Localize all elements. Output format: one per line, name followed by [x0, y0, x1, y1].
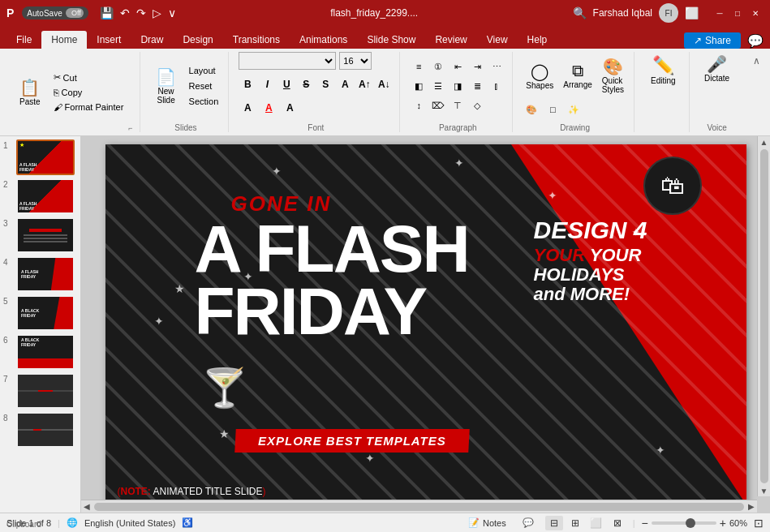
view-presenter-button[interactable]: ⊠ — [609, 516, 626, 530]
zoom-out-icon[interactable]: − — [642, 517, 648, 530]
redo-icon[interactable]: ↷ — [136, 6, 146, 19]
autosave-toggle[interactable]: Off — [66, 8, 84, 18]
tab-design[interactable]: Design — [173, 31, 222, 49]
underline-button[interactable]: U — [277, 75, 295, 93]
clipboard-dialog-launcher[interactable]: ⌐ — [128, 124, 132, 132]
align-center-button[interactable]: ☰ — [429, 77, 447, 95]
editing-button[interactable]: ✏️ Editing — [644, 52, 682, 88]
view-reading-button[interactable]: ⬜ — [587, 516, 605, 530]
reset-button[interactable]: Reset — [186, 79, 222, 92]
bold-button[interactable]: B — [239, 75, 256, 93]
tab-insert[interactable]: Insert — [87, 31, 131, 49]
font-size-select[interactable]: 16 — [339, 52, 372, 70]
zoom-in-icon[interactable]: + — [720, 517, 726, 530]
decrease-font-button[interactable]: A↓ — [375, 75, 393, 93]
tab-help[interactable]: Help — [518, 31, 557, 49]
tab-transitions[interactable]: Transitions — [223, 31, 290, 49]
highlight-color-button[interactable]: A — [281, 99, 299, 117]
slide-thumb-2[interactable]: A FLASHFRIDAY — [16, 178, 75, 214]
search-icon[interactable]: 🔍 — [573, 6, 587, 19]
save-icon[interactable]: 💾 — [100, 6, 114, 19]
comments-button[interactable]: 💬 — [518, 516, 539, 530]
cut-button[interactable]: ✂ Cut — [50, 71, 127, 84]
slide-canvas[interactable]: 🛍 ✦ ✦ ✦ ✦ ★ ✦ ★ ✦ ✦ ✦ GONE IN — [105, 144, 746, 505]
tab-home[interactable]: Home — [41, 31, 87, 49]
minimize-button[interactable]: ─ — [712, 5, 728, 21]
scroll-up-arrow[interactable]: ▲ — [759, 136, 770, 148]
dictate-button[interactable]: 🎤 Dictate — [699, 52, 734, 85]
slide-thumb-6[interactable]: A BLACKFRIDAY — [16, 334, 75, 370]
arrange-button[interactable]: ⧉ Arrange — [560, 58, 596, 92]
align-right-button[interactable]: ◨ — [449, 77, 467, 95]
text-direction-button[interactable]: ⌦ — [429, 97, 447, 114]
numbering-button[interactable]: ① — [429, 58, 447, 75]
tab-animations[interactable]: Animations — [290, 31, 357, 49]
vertical-scrollbar[interactable]: ▲ ▼ — [757, 136, 770, 496]
scroll-thumb-h[interactable] — [94, 503, 744, 511]
fit-slide-icon[interactable]: ⊡ — [754, 517, 764, 530]
text-shadow-button[interactable]: S — [316, 75, 334, 93]
share-button[interactable]: ↗ Share — [684, 32, 741, 49]
shape-effects-button[interactable]: ✨ — [565, 101, 583, 118]
collapse-ribbon-button[interactable]: ∧ — [750, 52, 764, 132]
more-icon[interactable]: ∨ — [168, 6, 176, 19]
more-para-button[interactable]: ⋯ — [488, 58, 505, 75]
slide-thumb-3[interactable] — [16, 217, 75, 253]
bullets-button[interactable]: ≡ — [410, 58, 428, 75]
tab-review[interactable]: Review — [425, 31, 476, 49]
copy-button[interactable]: ⎘ Copy — [50, 86, 127, 99]
shape-outline-button[interactable]: □ — [544, 101, 561, 118]
decrease-indent-button[interactable]: ⇤ — [449, 58, 467, 75]
scroll-down-arrow[interactable]: ▼ — [759, 485, 770, 496]
horizontal-scrollbar[interactable]: ◀ ▶ — [81, 500, 757, 513]
slide-thumb-8[interactable] — [16, 412, 75, 448]
scroll-thumb-v[interactable] — [760, 149, 768, 483]
comment-icon[interactable]: 💬 — [747, 33, 764, 49]
zoom-thumb[interactable] — [686, 518, 695, 528]
view-slide-sorter-button[interactable]: ⊞ — [566, 516, 584, 530]
accessibility-icon[interactable]: ♿ — [182, 517, 193, 528]
shapes-button[interactable]: ◯ Shapes — [523, 58, 557, 93]
justify-button[interactable]: ≣ — [468, 77, 486, 95]
italic-button[interactable]: I — [258, 75, 276, 93]
tab-slideshow[interactable]: Slide Show — [357, 31, 425, 49]
slide-thumb-5[interactable]: A BLACKFRIDAY — [16, 295, 75, 331]
present-icon[interactable]: ▷ — [153, 6, 161, 19]
slide-thumb-1[interactable]: ★ A FLASHFRIDAY — [16, 139, 75, 175]
paste-button[interactable]: 📋 Paste — [13, 52, 47, 132]
increase-font-button[interactable]: A↑ — [355, 75, 373, 93]
section-button[interactable]: Section — [186, 95, 222, 108]
font-color-button[interactable]: A — [260, 99, 277, 117]
clear-format-button[interactable]: A — [239, 99, 256, 117]
quick-styles-button[interactable]: 🎨 QuickStyles — [599, 54, 627, 97]
view-normal-button[interactable]: ⊟ — [545, 516, 563, 530]
strikethrough-button[interactable]: S — [297, 75, 315, 93]
notes-button[interactable]: 📝 Notes — [463, 516, 511, 530]
ribbon-display-icon[interactable]: ⬜ — [685, 6, 699, 19]
align-left-button[interactable]: ◧ — [410, 77, 428, 95]
autosave-control[interactable]: AutoSave Off — [22, 6, 88, 19]
format-painter-button[interactable]: 🖌 Format Painter — [50, 101, 127, 114]
slide-thumb-7[interactable] — [16, 373, 75, 409]
columns-button[interactable]: ⫿ — [488, 77, 505, 95]
zoom-control[interactable]: − + 60% — [642, 517, 747, 530]
tab-draw[interactable]: Draw — [131, 31, 173, 49]
scroll-left-arrow[interactable]: ◀ — [81, 501, 92, 513]
tab-view[interactable]: View — [477, 31, 518, 49]
align-text-button[interactable]: ⊤ — [449, 97, 467, 114]
font-name-select[interactable] — [239, 52, 336, 70]
increase-indent-button[interactable]: ⇥ — [468, 58, 486, 75]
char-spacing-button[interactable]: A — [336, 75, 354, 93]
undo-icon[interactable]: ↶ — [120, 6, 130, 19]
maximize-button[interactable]: □ — [729, 5, 746, 21]
smartart-button[interactable]: ◇ — [468, 97, 486, 114]
slide-thumb-4[interactable]: A FLASHFRIDAY — [16, 256, 75, 292]
line-spacing-button[interactable]: ↕ — [410, 97, 428, 114]
tab-file[interactable]: File — [6, 31, 41, 49]
scroll-right-arrow[interactable]: ▶ — [746, 501, 757, 513]
layout-button[interactable]: Layout — [186, 64, 222, 77]
new-slide-button[interactable]: 📄 NewSlide — [150, 65, 183, 107]
shape-fill-button[interactable]: 🎨 — [523, 101, 540, 118]
zoom-slider[interactable] — [652, 521, 716, 525]
close-button[interactable]: ✕ — [747, 5, 764, 21]
